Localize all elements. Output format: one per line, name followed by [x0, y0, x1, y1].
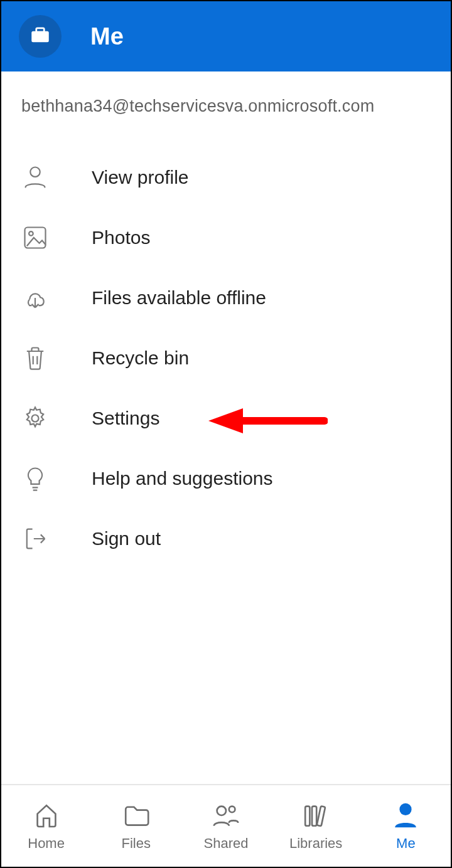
- svg-point-9: [229, 807, 235, 813]
- person-filled-icon: [390, 800, 421, 830]
- sign-out-icon: [21, 525, 49, 553]
- svg-rect-10: [305, 807, 309, 826]
- nav-libraries[interactable]: Libraries: [272, 800, 360, 852]
- trash-icon: [21, 344, 49, 372]
- home-icon: [31, 800, 62, 830]
- menu-item-recycle-bin[interactable]: Recycle bin: [21, 328, 431, 388]
- menu-item-files-offline[interactable]: Files available offline: [21, 268, 431, 328]
- svg-rect-12: [317, 806, 326, 826]
- cloud-download-icon: [21, 284, 49, 312]
- nav-label: Files: [122, 835, 151, 852]
- svg-point-13: [400, 803, 412, 815]
- svg-point-5: [32, 415, 39, 422]
- menu-label: Files available offline: [92, 287, 266, 309]
- nav-home[interactable]: Home: [3, 800, 90, 852]
- svg-point-8: [217, 807, 226, 815]
- photos-icon: [21, 224, 49, 251]
- nav-label: Home: [28, 835, 65, 852]
- folder-icon: [121, 800, 151, 830]
- svg-rect-1: [36, 28, 45, 32]
- menu-item-help[interactable]: Help and suggestions: [21, 448, 431, 509]
- people-icon: [211, 800, 241, 830]
- menu-label: Recycle bin: [92, 347, 189, 369]
- account-email: bethhana34@techservicesva.onmicrosoft.co…: [21, 97, 431, 116]
- avatar-briefcase[interactable]: [19, 15, 62, 58]
- menu-item-view-profile[interactable]: View profile: [21, 147, 431, 208]
- svg-rect-11: [312, 807, 316, 826]
- libraries-icon: [301, 800, 331, 830]
- menu-label: Photos: [92, 227, 150, 248]
- menu-label: Settings: [92, 408, 159, 429]
- nav-shared[interactable]: Shared: [182, 800, 270, 852]
- page-title: Me: [90, 23, 124, 50]
- menu-item-sign-out[interactable]: Sign out: [21, 509, 431, 569]
- gear-icon: [21, 405, 49, 432]
- bottom-nav: Home Files Shared Libraries Me: [1, 784, 451, 867]
- nav-label: Me: [396, 835, 416, 852]
- nav-files[interactable]: Files: [92, 800, 180, 852]
- nav-label: Libraries: [289, 835, 342, 852]
- menu-label: Sign out: [92, 528, 161, 549]
- svg-point-4: [29, 231, 33, 236]
- svg-point-2: [30, 167, 40, 177]
- app-header: Me: [1, 1, 451, 71]
- person-icon: [21, 164, 49, 191]
- nav-me[interactable]: Me: [362, 800, 449, 852]
- me-page-content: bethhana34@techservicesva.onmicrosoft.co…: [1, 71, 451, 784]
- menu-label: View profile: [92, 167, 189, 188]
- menu-item-settings[interactable]: Settings: [21, 388, 431, 448]
- menu-label: Help and suggestions: [92, 468, 273, 489]
- menu-item-photos[interactable]: Photos: [21, 208, 431, 268]
- lightbulb-icon: [21, 465, 49, 492]
- nav-label: Shared: [203, 835, 248, 852]
- briefcase-icon: [31, 26, 50, 46]
